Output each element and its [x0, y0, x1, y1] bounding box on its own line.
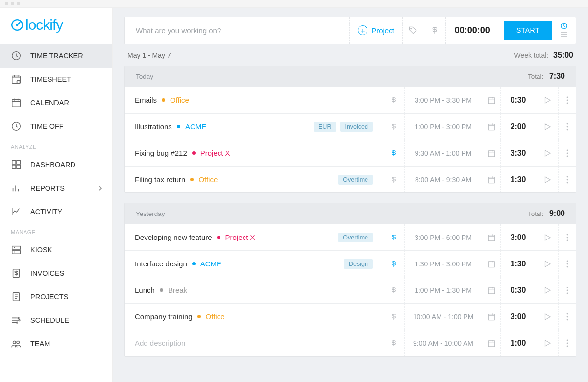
nav-item-time-tracker[interactable]: TIME TRACKER [0, 44, 112, 68]
more-icon[interactable] [558, 304, 576, 330]
nav-item-time-off[interactable]: TIME OFF [0, 115, 112, 138]
billable-toggle[interactable] [383, 114, 404, 140]
day-group: TodayTotal: 7:30EmailsOffice3:00 PM - 3:… [124, 66, 576, 193]
entry-time-range[interactable]: 1:30 PM - 3:00 PM [404, 251, 482, 277]
entry-time-range[interactable]: 8:00 AM - 9:30 AM [404, 167, 482, 192]
nav-section-analyze: ANALYZE [0, 138, 112, 153]
entry-duration[interactable]: 1:30 [500, 167, 536, 192]
calendar-icon[interactable] [482, 251, 500, 277]
entry-description[interactable]: EmailsOffice [125, 96, 383, 104]
play-icon[interactable] [536, 114, 558, 140]
more-icon[interactable] [558, 224, 576, 250]
entry-tags: Overtime [338, 175, 373, 185]
nav-item-label: PROJECTS [30, 293, 68, 301]
svg-point-33 [566, 155, 568, 157]
nav-item-invoices[interactable]: INVOICES [0, 262, 112, 285]
entry-duration[interactable]: 1:00 [500, 330, 536, 356]
team-icon [11, 338, 22, 349]
svg-point-15 [18, 317, 19, 319]
entry-duration[interactable]: 3:30 [500, 140, 536, 166]
day-total-label: Total: [528, 210, 543, 217]
play-icon[interactable] [536, 167, 558, 192]
billable-toggle[interactable] [383, 330, 404, 356]
nav-item-calendar[interactable]: CALENDAR [0, 91, 112, 115]
manual-mode-icon[interactable] [560, 31, 568, 38]
billable-toggle[interactable] [383, 224, 404, 250]
more-icon[interactable] [558, 87, 576, 113]
entry-description[interactable]: LunchBreak [125, 286, 383, 294]
entry-title: Interface design [135, 260, 187, 268]
start-button[interactable]: START [504, 21, 552, 40]
tracker-input[interactable] [125, 17, 349, 44]
more-icon[interactable] [558, 330, 576, 356]
nav-item-timesheet[interactable]: TIMESHEET [0, 68, 112, 91]
calendar-icon[interactable] [482, 87, 500, 113]
entry-duration[interactable]: 3:00 [500, 224, 536, 250]
entry-duration[interactable]: 1:30 [500, 251, 536, 277]
entry-description[interactable]: Developing new featureProject XOvertime [125, 233, 383, 242]
play-icon[interactable] [536, 277, 558, 303]
project-picker[interactable]: + Project [349, 17, 402, 44]
play-icon[interactable] [536, 87, 558, 113]
billable-toggle[interactable] [383, 304, 404, 330]
nav-item-projects[interactable]: PROJECTS [0, 285, 112, 309]
play-icon[interactable] [536, 304, 558, 330]
play-icon[interactable] [536, 140, 558, 166]
billable-toggle[interactable] [383, 87, 404, 113]
nav-item-dashboard[interactable]: DASHBOARD [0, 153, 112, 176]
nav-item-reports[interactable]: REPORTS [0, 176, 112, 200]
calendar-icon[interactable] [482, 167, 500, 192]
calendar-icon[interactable] [482, 330, 500, 356]
calendar-icon[interactable] [482, 304, 500, 330]
nav-item-label: CALENDAR [30, 99, 69, 107]
project-dot-icon [162, 98, 165, 102]
more-icon[interactable] [558, 277, 576, 303]
entry-time-range[interactable]: 9:30 AM - 1:00 PM [404, 140, 482, 166]
entry-duration[interactable]: 0:30 [500, 87, 536, 113]
entry-description[interactable]: Fixing bug #212Project X [125, 149, 383, 157]
main-area: + Project 00:00:00 START May 1 - May 7 [113, 8, 588, 382]
calendar-icon[interactable] [482, 277, 500, 303]
chevron-right-icon [98, 185, 102, 191]
nav-item-schedule[interactable]: SCHEDULE [0, 309, 112, 332]
entry-time-range[interactable]: 10:00 AM - 1:00 PM [404, 304, 482, 330]
nav-item-team[interactable]: TEAM [0, 332, 112, 356]
billable-icon[interactable] [424, 17, 445, 44]
entry-description[interactable]: Company trainingOffice [125, 312, 383, 321]
entry-duration[interactable]: 0:30 [500, 277, 536, 303]
svg-rect-22 [488, 97, 495, 103]
billable-toggle[interactable] [383, 167, 404, 192]
play-icon[interactable] [536, 224, 558, 250]
billable-toggle[interactable] [383, 140, 404, 166]
entry-description[interactable]: Interface designACMEDesign [125, 259, 383, 269]
entry-description[interactable]: Filing tax returnOfficeOvertime [125, 175, 383, 185]
entry-description[interactable]: Add description [125, 339, 383, 347]
calendar-icon[interactable] [482, 114, 500, 140]
entry-time-range[interactable]: 1:00 PM - 3:00 PM [404, 114, 482, 140]
tag-icon[interactable] [402, 17, 424, 44]
project-dot-icon [177, 125, 180, 128]
entry-time-range[interactable]: 9:00 AM - 10:00 AM [404, 330, 482, 356]
billable-toggle[interactable] [383, 277, 404, 303]
calendar-icon[interactable] [482, 224, 500, 250]
entry-duration[interactable]: 2:00 [500, 114, 536, 140]
play-icon[interactable] [536, 330, 558, 356]
play-icon[interactable] [536, 251, 558, 277]
entry-time-range[interactable]: 3:00 PM - 6:00 PM [404, 224, 482, 250]
more-icon[interactable] [558, 251, 576, 277]
more-icon[interactable] [558, 114, 576, 140]
day-total: 7:30 [549, 72, 565, 80]
entry-description[interactable]: IllustrationsACMEEURInvoiced [125, 122, 383, 132]
more-icon[interactable] [558, 167, 576, 192]
nav-item-activity[interactable]: ACTIVITY [0, 200, 112, 223]
entry-time-range[interactable]: 1:00 PM - 1:30 PM [404, 277, 482, 303]
entry-time-range[interactable]: 3:00 PM - 3:30 PM [404, 87, 482, 113]
tracker-bar: + Project 00:00:00 START [124, 17, 576, 44]
entry-duration[interactable]: 3:00 [500, 304, 536, 330]
nav-item-kiosk[interactable]: KIOSK [0, 238, 112, 262]
calendar-icon[interactable] [482, 140, 500, 166]
billable-toggle[interactable] [383, 251, 404, 277]
timer-mode-icon[interactable] [560, 23, 568, 29]
more-icon[interactable] [558, 140, 576, 166]
svg-point-24 [566, 99, 568, 101]
